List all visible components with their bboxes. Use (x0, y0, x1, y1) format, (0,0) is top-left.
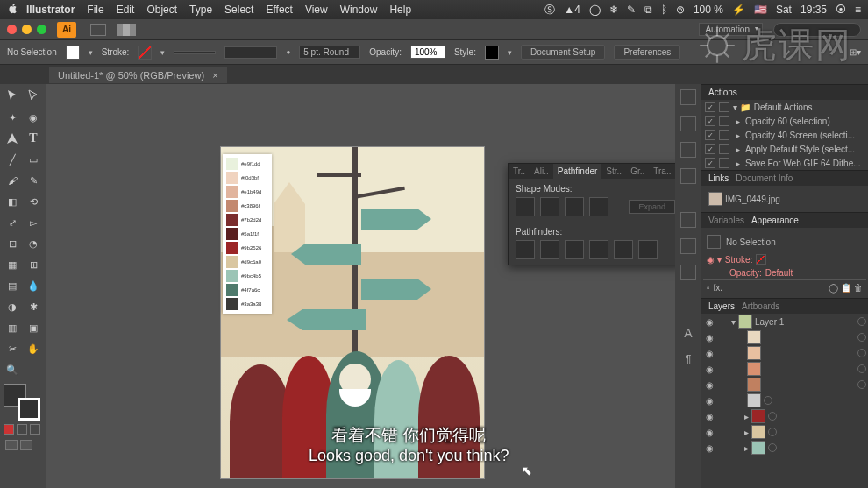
line-tool[interactable]: ╱ (2, 149, 23, 170)
actions-tab[interactable]: Actions (708, 88, 737, 97)
exclude-icon[interactable] (589, 197, 608, 216)
action-item[interactable]: ✓▸Opacity 60 (selection) (701, 114, 868, 128)
menu-object[interactable]: Object (146, 4, 177, 16)
crop-icon[interactable] (589, 240, 608, 259)
tab-transparency[interactable]: Tra.. (649, 164, 675, 179)
notification-center-icon[interactable]: ≡ (855, 4, 861, 16)
wifi-icon[interactable]: ⊚ (676, 4, 685, 16)
stroke-weight-input[interactable] (174, 51, 216, 54)
visibility-icon[interactable]: ◉ (703, 378, 715, 391)
palette-swatch[interactable] (226, 228, 238, 240)
tab-align[interactable]: Ali.. (530, 164, 553, 179)
direct-selection-tool[interactable] (23, 86, 44, 107)
width-tool[interactable]: ▻ (23, 212, 44, 233)
close-tab-icon[interactable]: × (212, 70, 217, 81)
lang-indicator[interactable]: 🇺🇸 (754, 4, 767, 16)
pen-tool[interactable] (2, 128, 23, 149)
stroke-profile-preview[interactable] (224, 46, 277, 59)
notif-icon[interactable]: ▲4 (564, 4, 580, 16)
visibility-icon[interactable]: ◉ (703, 442, 715, 454)
spotlight-icon[interactable]: ⦿ (836, 4, 846, 16)
action-check-icon[interactable]: ✓ (705, 102, 715, 112)
appearance-opacity-label[interactable]: Opacity: (729, 268, 762, 278)
variables-tab[interactable]: Variables (708, 216, 744, 225)
menu-window[interactable]: Window (340, 4, 378, 16)
shield-icon[interactable]: ◯ (589, 4, 601, 16)
canvas[interactable]: #e9f1dd#f0d3bf#e1b49d#c3896f#7b2d2d#5a1f… (46, 84, 675, 488)
visibility-icon[interactable]: ◉ (703, 331, 715, 343)
swatches-panel-icon[interactable] (680, 116, 696, 131)
menu-select[interactable]: Select (224, 4, 253, 16)
menu-file[interactable]: File (87, 4, 103, 16)
palette-swatch[interactable] (226, 242, 238, 254)
palette-swatch[interactable] (226, 158, 238, 170)
arrange-docs-icon[interactable] (117, 24, 136, 36)
expand-button[interactable]: Expand (629, 200, 675, 214)
new-doc-icon[interactable] (90, 24, 106, 36)
layers-tab[interactable]: Layers (708, 301, 735, 311)
menu-edit[interactable]: Edit (117, 4, 135, 16)
char-panel-icon[interactable]: A (680, 326, 696, 342)
trim-icon[interactable] (540, 240, 559, 259)
action-folder[interactable]: ✓ ▾ 📁 Default Actions (701, 100, 868, 114)
menu-type[interactable]: Type (189, 4, 212, 16)
transparency-panel-icon[interactable] (680, 265, 696, 280)
full-screen-icon[interactable] (20, 440, 32, 450)
action-check-icon[interactable]: ✓ (705, 116, 715, 126)
apple-icon[interactable] (7, 3, 19, 18)
slice-tool[interactable]: ✂ (2, 338, 23, 359)
minus-back-icon[interactable] (638, 240, 658, 259)
menu-view[interactable]: View (305, 4, 328, 16)
preferences-button[interactable]: Preferences (614, 45, 680, 60)
palette-swatch[interactable] (226, 200, 238, 212)
zoom-tool[interactable]: 🔍 (2, 359, 23, 380)
bluetooth-icon[interactable]: ᛒ (661, 4, 667, 16)
palette-swatch[interactable] (226, 186, 238, 198)
tab-stroke[interactable]: Str.. (601, 164, 626, 179)
perspective-tool[interactable]: ▦ (2, 254, 23, 275)
layer-item[interactable]: ◉ (701, 329, 868, 345)
paintbrush-tool[interactable]: 🖌 (2, 170, 23, 191)
appearance-stroke-label[interactable]: Stroke: (725, 255, 753, 265)
symbols-panel-icon[interactable] (680, 168, 696, 184)
gradient-panel-icon[interactable] (680, 238, 696, 254)
stroke-panel-icon[interactable] (680, 212, 696, 228)
layer-item[interactable]: ◉ (701, 393, 868, 408)
intersect-icon[interactable] (565, 197, 584, 216)
visibility-icon[interactable]: ◉ (703, 363, 715, 375)
stroke-swatch[interactable] (138, 46, 152, 60)
palette-swatch[interactable] (226, 284, 238, 296)
action-item[interactable]: ✓▸Save For Web GIF 64 Dithe... (701, 156, 868, 170)
rectangle-tool[interactable]: ▭ (23, 149, 44, 170)
artboard-tool[interactable]: ▣ (23, 317, 44, 338)
battery-icon[interactable]: ⚡ (732, 4, 745, 16)
docinfo-tab[interactable]: Document Info (736, 173, 793, 183)
action-check-icon[interactable]: ✓ (705, 158, 715, 168)
visibility-icon[interactable]: ◉ (703, 315, 715, 328)
brush-profile[interactable]: 5 pt. Round (299, 46, 360, 59)
symbol-sprayer-tool[interactable]: ✱ (23, 296, 44, 317)
pencil-tool[interactable]: ✎ (23, 170, 44, 191)
graph-tool[interactable]: ▥ (2, 317, 23, 338)
color-panel-icon[interactable] (680, 89, 696, 105)
blend-tool[interactable]: ◑ (2, 296, 23, 317)
skype-icon[interactable]: Ⓢ (544, 3, 555, 18)
visibility-icon[interactable]: ◉ (703, 347, 715, 359)
mesh-tool[interactable]: ⊞ (23, 254, 44, 275)
link-item[interactable]: IMG_0449.jpg (707, 191, 863, 207)
window-minimize[interactable] (22, 25, 32, 34)
visibility-icon[interactable]: ◉ (703, 426, 715, 438)
layer-item[interactable]: ◉▸ (701, 424, 868, 440)
layer-top[interactable]: ◉ ▾ Layer 1 (701, 314, 868, 329)
appearance-tab[interactable]: Appearance (751, 216, 799, 225)
doc-setup-button[interactable]: Document Setup (521, 45, 606, 60)
doc-tab[interactable]: Untitled-1* @ 50% (RGB/Preview) × (49, 67, 227, 83)
palette-swatch[interactable] (226, 298, 238, 310)
type-tool[interactable]: T (23, 128, 44, 149)
tab-transform[interactable]: Tr.. (509, 164, 530, 179)
artboards-tab[interactable]: Artboards (742, 301, 779, 311)
para-panel-icon[interactable]: ¶ (680, 352, 696, 368)
menu-app[interactable]: Illustrator (26, 4, 75, 16)
gradient-tool[interactable]: ▤ (2, 275, 23, 296)
action-item[interactable]: ✓▸Apply Default Style (select... (701, 142, 868, 156)
